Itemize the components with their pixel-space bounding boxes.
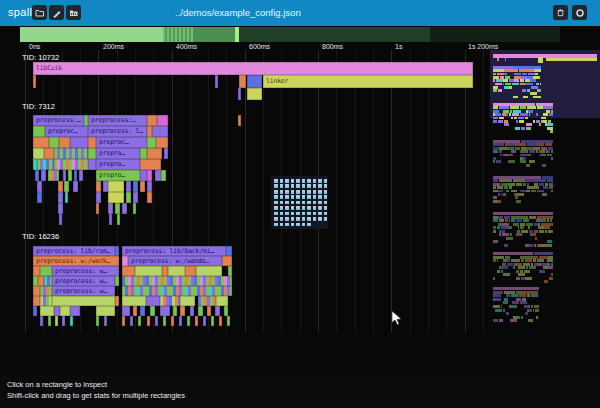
spall-app: spall ../demos/example_config.json 0ns20… [0,0,600,408]
minimap-flame-rect[interactable] [503,301,508,304]
minimap-flame-rect[interactable] [495,298,501,301]
statusbar: Click on a rectangle to inspect Shift-cl… [0,376,600,408]
minimap-flame-rect[interactable] [510,319,517,322]
status-hint-stats: Shift-click and drag to get stats for mu… [7,391,185,400]
minimap-flame-rect[interactable] [499,319,503,322]
minimap-flame-rect[interactable] [528,319,533,322]
minimap-flame-rect[interactable] [503,309,505,312]
status-hint-inspect: Click on a rectangle to inspect [7,380,107,389]
minimap-sidebar[interactable] [0,0,600,408]
minimap-flame-rect[interactable] [525,312,528,315]
minimap-flame-rect[interactable] [495,309,502,312]
minimap-flame-rect[interactable] [493,319,498,322]
minimap-flame-rect[interactable] [536,316,539,319]
minimap-flame-rect[interactable] [506,312,510,315]
minimap-flame-rect[interactable] [509,305,516,308]
minimap-flame-rect[interactable] [531,294,538,297]
minimap-flame-rect[interactable] [535,309,539,312]
minimap-flame-rect[interactable] [527,294,530,297]
minimap-cluster[interactable] [0,0,600,408]
minimap-flame-rect[interactable] [521,316,523,319]
